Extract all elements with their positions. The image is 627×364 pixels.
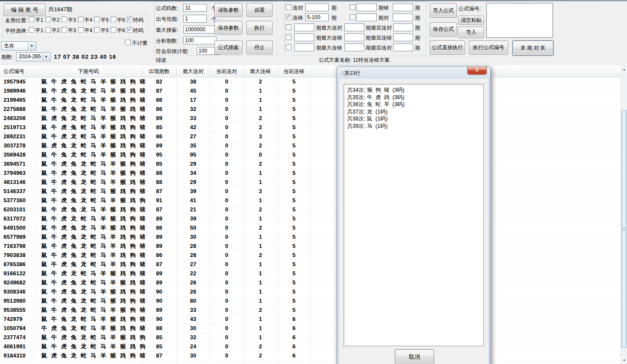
max-lose-cond-input2[interactable] — [344, 33, 364, 41]
max-win-cond-input2[interactable] — [344, 23, 364, 31]
max-search-input[interactable] — [183, 26, 216, 33]
max-lose2-cond-input3[interactable] — [393, 43, 413, 51]
trend-checkbox-平5[interactable] — [94, 17, 100, 22]
table-row[interactable]: 4061991鼠 牛 虎 兔 龙 蛇 马 羊 猴 鸡 狗8524026 — [0, 342, 620, 351]
table-row[interactable]: 3569428鼠 牛 兔 龙 蛇 马 羊 猴 鸡 狗 猪9595005 — [0, 150, 620, 160]
table-row[interactable]: 1989946鼠 牛 虎 兔 龙 蛇 马 羊 猴 鸡 猪8745015 — [0, 87, 620, 96]
pingte-checkbox-特码[interactable] — [127, 27, 132, 33]
scroll-up-icon[interactable]: ▲ — [621, 66, 627, 73]
col-header-formula-no[interactable]: 公式编号 — [3, 65, 34, 77]
table-row[interactable]: 9166122鼠 牛 虎 龙 蛇 马 羊 猴 鸡 狗 猪8922015 — [0, 269, 620, 278]
table-row[interactable]: 2377474鼠 牛 虎 兔 龙 蛇 马 羊 猴 鸡 狗8532016 — [0, 333, 620, 342]
table-row[interactable]: 3794963鼠 牛 虎 兔 龙 蛇 马 羊 猴 狗 猪8834015 — [0, 169, 620, 178]
table-row[interactable]: 9249682鼠 牛 虎 兔 龙 蛇 马 羊 猴 鸡 猪8926015 — [0, 278, 620, 287]
period-hit-checkbox[interactable] — [350, 14, 355, 20]
col-header-cur-lose[interactable]: 当前连错 — [277, 65, 310, 77]
analyze-periods-input[interactable] — [183, 37, 216, 44]
table-row[interactable]: 9184310鼠 虎 兔 龙 蛇 马 羊 猴 鸡 狗 猪8730026 — [0, 351, 620, 361]
formula-no-textarea[interactable] — [486, 3, 553, 38]
col-header-next-codes[interactable]: 下期号码 — [35, 65, 142, 77]
max-lose2-cond-input1[interactable] — [294, 43, 314, 51]
trend-checkbox-平3[interactable] — [61, 17, 67, 22]
table-row[interactable]: 9538555鼠 牛 虎 兔 龙 蛇 马 羊 猴 狗 猪8933025 — [0, 306, 620, 315]
table-row[interactable]: 6317072鼠 牛 虎 龙 蛇 马 羊 猴 鸡 狗 猪8939015 — [0, 214, 620, 224]
table-row[interactable]: 5146337鼠 牛 虎 兔 龙 蛇 马 猴 鸡 狗 猪8739035 — [0, 187, 620, 196]
pingte-checkbox-平4[interactable] — [78, 27, 84, 33]
codes-count-input[interactable] — [183, 4, 207, 12]
settings-button[interactable]: 设置 — [246, 3, 273, 17]
table-row[interactable]: 2892231鼠 牛 虎 龙 蛇 马 羊 猴 鸡 狗 猪8627035 — [0, 132, 620, 141]
cancel-button[interactable]: 取消 — [395, 349, 434, 364]
trend-checkbox-平6[interactable] — [111, 17, 116, 22]
table-row[interactable]: 7903838鼠 牛 虎 兔 龙 蛇 马 羊 鸡 狗 猪8628025 — [0, 251, 620, 260]
period-miss-input2[interactable] — [393, 3, 413, 11]
max-lose2-cond-input2[interactable] — [344, 43, 364, 51]
max-lose-cond-checkbox[interactable] — [286, 34, 291, 40]
trend-checkbox-特码[interactable] — [127, 17, 132, 22]
formula-search-button[interactable]: 公式搜索 — [214, 40, 243, 54]
max-win-cond-checkbox[interactable] — [286, 24, 291, 30]
max-lose-cond-input3[interactable] — [393, 33, 413, 41]
period-hit-input1[interactable] — [356, 13, 377, 21]
clear-paste-button[interactable]: 清空粘贴 — [458, 16, 484, 25]
pingte-checkbox-平2[interactable] — [45, 27, 51, 33]
period-miss-input1[interactable] — [356, 3, 377, 11]
table-row[interactable]: 3037278鼠 虎 兔 龙 蛇 马 羊 猴 鸡 狗 猪8935025 — [0, 141, 620, 150]
zodiac-select[interactable]: 生肖 ▼ — [1, 41, 36, 50]
table-row[interactable]: 7163798鼠 牛 虎 兔 龙 蛇 马 羊 鸡 狗 猪8928015 — [0, 242, 620, 251]
pingte-checkbox-平6[interactable] — [111, 27, 116, 33]
streak-win-input[interactable] — [305, 3, 329, 11]
table-row[interactable]: 3694571鼠 牛 虎 兔 龙 蛇 马 羊 猴 狗 猪8529025 — [0, 160, 620, 169]
col-header-max-lose[interactable]: 最大连错 — [243, 65, 277, 77]
scroll-down-icon[interactable]: ▼ — [621, 357, 627, 364]
table-row[interactable]: 6577989鼠 牛 虎 兔 龙 蛇 马 羊 鸡 狗 猪8930015 — [0, 233, 620, 242]
period-hit-input2[interactable] — [393, 13, 413, 21]
max-lose-cond-input1[interactable] — [294, 33, 314, 41]
direct-exec-button[interactable]: 公式直接执行 — [430, 40, 465, 55]
trend-checkbox-平2[interactable] — [45, 17, 51, 22]
table-row[interactable]: 1050794牛 虎 兔 龙 蛇 马 羊 猴 鸡 狗 猪8830016 — [0, 324, 620, 333]
pingte-checkbox-平3[interactable] — [61, 27, 67, 33]
streak-lose-input[interactable] — [305, 13, 329, 21]
table-row[interactable]: 2199465鼠 牛 兔 龙 蛇 马 羊 猴 鸡 狗 猪8617015 — [0, 96, 620, 105]
table-row[interactable]: 742979鼠 牛 兔 龙 蛇 马 羊 猴 鸡 狗 猪9043016 — [0, 315, 620, 324]
streak-win-checkbox[interactable] — [286, 4, 291, 10]
save-params-button[interactable]: 保存参数 — [214, 21, 243, 35]
table-row[interactable]: 8765386鼠 牛 虎 兔 龙 蛇 马 羊 鸡 狗 猪8727015 — [0, 260, 620, 269]
period-select[interactable]: 2024-265 ▼ — [16, 52, 51, 61]
pingte-checkbox-平5[interactable] — [94, 27, 100, 33]
table-row[interactable]: 2483208鼠 虎 兔 龙 蛇 马 羊 猴 鸡 狗 猪8933025 — [0, 114, 620, 123]
nocount-checkbox[interactable] — [125, 40, 131, 45]
period-miss-checkbox[interactable] — [350, 4, 355, 10]
table-row[interactable]: 6203101鼠 牛 虎 兔 龙 马 羊 猴 鸡 狗 猪8721025 — [0, 205, 620, 214]
vertical-scrollbar[interactable]: ▲ ▼ — [620, 65, 627, 364]
execute-button[interactable]: 执行 — [246, 21, 273, 35]
scrollbar-thumb[interactable] — [621, 110, 627, 348]
max-win-cond-input3[interactable] — [393, 23, 413, 31]
col-header-appear[interactable]: 出现期数 — [142, 65, 176, 77]
stop-button[interactable]: 停止 — [246, 40, 273, 54]
streak-lose-checkbox[interactable] — [286, 14, 291, 20]
table-row[interactable]: 9513980鼠 牛 虎 兔 龙 蛇 马 猴 鸡 狗 猪9080015 — [0, 297, 620, 306]
table-row[interactable]: 6491500鼠 牛 虎 兔 龙 马 羊 猴 鸡 狗 猪8650025 — [0, 224, 620, 233]
pingte-checkbox-平1[interactable] — [29, 27, 34, 33]
import-formula-button[interactable]: 导入公式 — [430, 3, 457, 18]
load-button[interactable]: 导入 — [458, 27, 484, 38]
max-win-cond-input1[interactable] — [294, 23, 314, 31]
last-period-check-button[interactable]: 末 期 对 奖 — [512, 40, 553, 56]
table-row[interactable]: 5377360鼠 牛 虎 兔 龙 蛇 马 羊 猴 鸡 狗9141015 — [0, 196, 620, 205]
col-header-cur-win[interactable]: 当前连对 — [210, 65, 243, 77]
table-row[interactable]: 1957945鼠 牛 虎 兔 蛇 马 羊 猴 鸡 狗 猪8238025 — [0, 77, 620, 87]
table-row[interactable]: 2275888鼠 牛 虎 兔 龙 蛇 马 羊 猴 鸡 猪8632015 — [0, 105, 620, 114]
read-params-button[interactable]: 读取参数 — [214, 3, 243, 17]
max-lose2-cond-checkbox[interactable] — [286, 44, 291, 50]
save-formula-button[interactable]: 保存公式 — [430, 22, 457, 37]
table-row[interactable]: 9308346鼠 牛 虎 兔 龙 马 羊 猴 鸡 狗 猪9026015 — [0, 287, 620, 297]
trend-checkbox-平1[interactable] — [29, 17, 34, 22]
chevron-down-icon[interactable]: ▼ — [28, 42, 35, 50]
range-input[interactable] — [183, 15, 207, 23]
dialog-result-textbox[interactable]: 共34次: 猴 狗 猪 (3码)共35次: 牛 虎 鸡 (3码)共36次: 兔 … — [344, 84, 484, 346]
col-header-max-win[interactable]: 最大连对 — [176, 65, 210, 77]
table-row[interactable]: 2519713鼠 牛 虎 兔 蛇 马 羊 猴 鸡 狗 猪8542025 — [0, 123, 620, 132]
close-icon[interactable]: X — [467, 67, 487, 75]
